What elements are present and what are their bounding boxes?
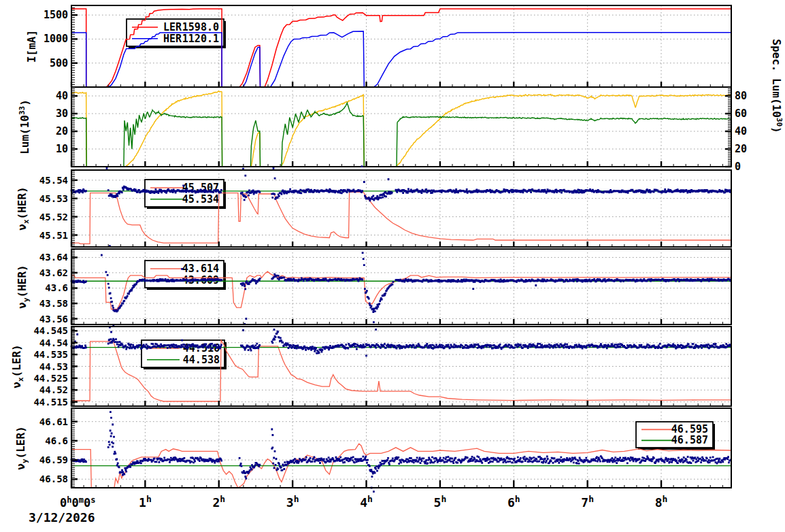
legend-nux_her: 45.50745.534 [145, 180, 226, 209]
yaxis-title-nux_ler: νx(LER) [10, 344, 25, 388]
right-ytick-label: 40 [735, 125, 747, 137]
legend-value: 44.538 [183, 354, 220, 366]
yaxis-title-luminosity: Lum(1033) [18, 99, 31, 154]
date-label: 3/12/2026 [29, 510, 95, 525]
right-ytick-label: 80 [735, 90, 747, 102]
right-axis-title: Spec. Lum(1030) [770, 39, 784, 133]
ytick-label: 20 [56, 125, 68, 137]
panel-current: LER1598.0HER1120.150010001500I[mA] [25, 5, 731, 87]
gridlines-nuy_ler [71, 408, 731, 488]
ytick-label: 44.52 [39, 384, 68, 395]
ytick-label: 46.61 [39, 416, 68, 427]
xtick-label-7h: 7h [581, 494, 594, 510]
ytick-label: 45.51 [39, 230, 68, 241]
right-ytick-label: 20 [735, 143, 747, 155]
xaxis-labels: 0h0m0s1h2h3h4h5h6h7h8h [60, 494, 667, 510]
panel-nuy_her: 43.61443.60943.5643.5843.643.6243.64νy(H… [16, 249, 732, 331]
right-ytick-label: 0 [735, 161, 741, 173]
panel-luminosity: 10203040020406080Spec. Lum(1030)Lum(1033… [18, 39, 784, 173]
legend-value: 1598.0 [182, 21, 219, 33]
ytick-label: 44.53 [39, 361, 68, 372]
right-ytick-label: 60 [735, 107, 747, 120]
legend-label: LER [163, 21, 182, 33]
yaxis-title-nux_her: νx(HER) [16, 186, 31, 230]
panel-nux_her: 45.50745.53445.5145.5245.5345.54νx(HER) [16, 165, 732, 247]
ytick-label: 43.56 [39, 314, 68, 325]
beam-status-strip-chart: LER1598.0HER1120.150010001500I[mA]102030… [0, 0, 785, 532]
ytick-label: 44.54 [39, 337, 68, 348]
legend-value: 43.614 [182, 263, 219, 275]
ytick-label: 45.53 [39, 193, 68, 204]
legend-label: HER [163, 33, 182, 45]
ytick-label: 44.535 [33, 349, 68, 360]
ytick-label: 43.64 [39, 252, 68, 263]
scatter-nuy_ler [71, 411, 732, 493]
ytick-label: 43.62 [39, 267, 68, 278]
frame-nuy_ler [71, 408, 731, 488]
panel-nux_ler: 44.51644.53844.51544.5244.52544.5344.535… [10, 325, 732, 407]
panel-nuy_ler: 46.59546.58746.5846.5946.646.61νy(LER) [14, 408, 732, 493]
xtick-label-8h: 8h [655, 494, 668, 510]
series-specific-luminosity [71, 103, 731, 167]
ytick-label: 44.545 [33, 325, 68, 336]
yaxis-title-current: I[mA] [25, 30, 38, 63]
ytick-label: 30 [56, 107, 68, 120]
ytick-label: 10 [56, 143, 68, 155]
yaxis-title-nuy_ler: νy(LER) [14, 426, 29, 469]
xtick-label-5h: 5h [434, 494, 447, 510]
legend-value: 46.587 [671, 434, 708, 446]
legend-nuy_ler: 46.59546.587 [636, 422, 715, 450]
ytick-label: 44.515 [33, 397, 68, 408]
ytick-label: 43.58 [39, 298, 68, 309]
ytick-label: 46.58 [39, 473, 68, 484]
ytick-label: 44.525 [33, 373, 68, 384]
xtick-label-1h: 1h [139, 494, 152, 510]
ytick-label: 45.52 [39, 212, 68, 222]
legend-value: 45.534 [182, 193, 219, 205]
ytick-label: 46.6 [45, 435, 68, 446]
xtick-label-2h: 2h [212, 494, 225, 510]
legend-value: 1120.1 [182, 33, 219, 45]
yaxis-title-nuy_her: νy(HER) [16, 265, 31, 308]
xtick-label-origin: 0h0m0s [60, 495, 95, 510]
ytick-label: 46.59 [39, 454, 68, 465]
ytick-label: 45.54 [39, 175, 68, 186]
ytick-label: 1000 [44, 33, 68, 45]
xtick-label-4h: 4h [360, 494, 373, 510]
series-luminosity [71, 91, 731, 167]
ytick-label: 1500 [44, 9, 68, 21]
ytick-label: 43.6 [45, 282, 68, 293]
ytick-label: 500 [50, 57, 68, 69]
plot-canvas: LER1598.0HER1120.150010001500I[mA]102030… [0, 0, 785, 532]
xtick-label-6h: 6h [507, 494, 520, 510]
ytick-label: 40 [56, 90, 68, 102]
xtick-label-3h: 3h [286, 494, 299, 510]
